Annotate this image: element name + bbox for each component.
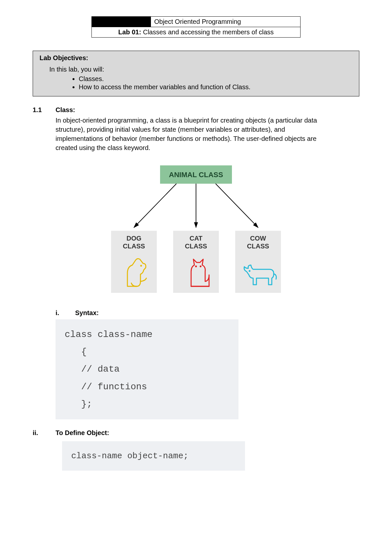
header-black-cell xyxy=(92,17,151,27)
course-title: Object Oriented Programming xyxy=(151,17,301,27)
lab-title-text: Classes and accessing the members of cla… xyxy=(141,28,274,36)
section-number: 1.1 xyxy=(33,106,56,114)
section-header: 1.1 Class: xyxy=(33,106,359,114)
subsection-title: To Define Object: xyxy=(56,429,109,437)
lab-label: Lab 01: xyxy=(118,28,141,36)
class-diagram: ANIMAL CLASS DOG CLASS CAT CLASS COW CLA… xyxy=(33,162,359,299)
section-body: In object-oriented programming, a class … xyxy=(56,116,323,152)
svg-point-8 xyxy=(196,266,196,267)
diagram-parent-label: ANIMAL CLASS xyxy=(169,171,223,179)
svg-point-10 xyxy=(249,271,250,271)
objectives-list: Classes. How to access the member variab… xyxy=(79,75,352,91)
objectives-box: Lab Objectives: In this lab, you will: C… xyxy=(33,51,359,96)
objectives-intro: In this lab, you will: xyxy=(49,66,352,73)
code-block-object: class-name object-name; xyxy=(62,441,245,471)
svg-line-1 xyxy=(134,184,176,227)
diagram-child-label: CAT xyxy=(189,235,203,242)
subsection-number: ii. xyxy=(33,429,56,437)
diagram-svg: ANIMAL CLASS DOG CLASS CAT CLASS COW CLA… xyxy=(105,162,287,299)
subsection-i: i. Syntax: xyxy=(56,309,359,317)
diagram-child-label: DOG xyxy=(126,235,141,242)
svg-line-3 xyxy=(216,184,258,227)
diagram-child-label: COW xyxy=(250,235,266,242)
document-page: Object Oriented Programming Lab 01: Clas… xyxy=(0,0,392,497)
subsection-ii: ii. To Define Object: xyxy=(33,429,359,437)
objectives-heading: Lab Objectives: xyxy=(40,54,352,62)
code-block-syntax: class class-name { // data // functions … xyxy=(56,319,238,419)
header-table: Object Oriented Programming Lab 01: Clas… xyxy=(91,16,301,38)
diagram-child-label: CLASS xyxy=(123,243,145,250)
svg-point-7 xyxy=(141,265,141,266)
subsection-number: i. xyxy=(56,309,75,317)
section-title: Class: xyxy=(56,106,75,114)
diagram-child-label: CLASS xyxy=(247,243,269,250)
subsection-title: Syntax: xyxy=(75,309,99,317)
list-item: How to access the member variables and f… xyxy=(79,83,352,91)
diagram-child-label: CLASS xyxy=(185,243,207,250)
list-item: Classes. xyxy=(79,75,352,83)
svg-point-9 xyxy=(200,266,201,267)
lab-title-cell: Lab 01: Classes and accessing the member… xyxy=(92,27,301,38)
